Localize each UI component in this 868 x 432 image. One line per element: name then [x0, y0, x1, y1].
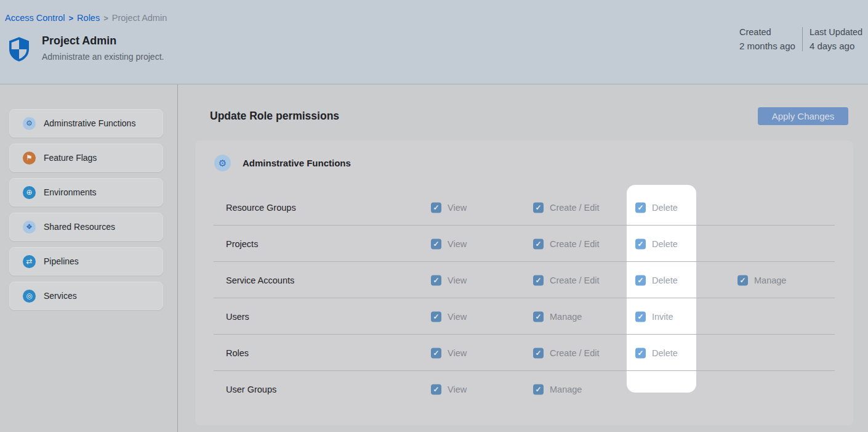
main-panel: Update Role permissions Apply Changes ⚙ … [179, 84, 868, 432]
meta-label: Created [739, 27, 795, 37]
permission-users-manage: ✓Manage [533, 311, 582, 322]
resource-name: Resource Groups [195, 203, 296, 213]
sidebar-item-label: Shared Resources [44, 222, 115, 232]
gear-icon: ⚙ [23, 117, 36, 130]
gear-icon: ⚙ [214, 155, 231, 171]
permission-label: Create / Edit [550, 203, 600, 213]
permission-row-projects: Projects✓View✓Create / Edit✓Delete [195, 226, 853, 262]
globe-icon: ⊕ [23, 186, 36, 199]
resource-category-sidebar: ⚙Adminstrative Functions⚑Feature Flags⊕E… [0, 84, 178, 432]
permission-resource-groups-view: ✓View [431, 202, 467, 213]
checkbox-delete[interactable]: ✓ [635, 238, 646, 249]
checkbox-view[interactable]: ✓ [431, 275, 441, 285]
flag-icon: ⚑ [23, 152, 36, 165]
breadcrumb-item-roles[interactable]: Roles [77, 13, 100, 23]
breadcrumb-separator: > [103, 14, 108, 23]
sidebar-item-services[interactable]: ◎Services [9, 282, 163, 310]
permission-resource-groups-delete: ✓Delete [635, 202, 678, 213]
header-meta: Created2 months agoLast Updated4 days ag… [739, 27, 862, 51]
permission-roles-delete: ✓Delete [635, 348, 678, 358]
apply-changes-button[interactable]: Apply Changes [758, 107, 848, 125]
checkbox-view[interactable]: ✓ [431, 238, 441, 249]
permission-users-invite: ✓Invite [635, 311, 673, 322]
permission-label: Create / Edit [550, 348, 600, 358]
permission-label: Delete [652, 239, 678, 249]
permission-label: Delete [652, 275, 678, 285]
page-body: ⚙Adminstrative Functions⚑Feature Flags⊕E… [0, 84, 868, 432]
permission-service-accounts-manage: ✓Manage [737, 275, 786, 285]
meta-divider [802, 27, 803, 51]
permission-label: View [448, 275, 467, 285]
checkbox-create-edit[interactable]: ✓ [533, 275, 544, 285]
resource-name: Users [195, 312, 249, 322]
page-heading: Update Role permissions [210, 110, 339, 123]
breadcrumb: Access Control>Roles>Project Admin [5, 13, 167, 23]
services-icon: ◎ [23, 290, 36, 303]
resource-name: Service Accounts [195, 275, 294, 285]
sidebar-item-adminstrative-functions[interactable]: ⚙Adminstrative Functions [9, 109, 163, 137]
permission-label: View [448, 203, 467, 213]
sidebar-item-feature-flags[interactable]: ⚑Feature Flags [9, 144, 163, 172]
permission-label: View [448, 239, 467, 249]
checkbox-manage[interactable]: ✓ [533, 384, 544, 394]
checkbox-delete[interactable]: ✓ [635, 275, 646, 285]
meta-created: Created2 months ago [739, 27, 795, 51]
page-title: Project Admin [42, 35, 164, 47]
checkbox-view[interactable]: ✓ [431, 384, 441, 394]
page-subtitle: Administrate an existing project. [42, 52, 164, 62]
checkbox-view[interactable]: ✓ [431, 202, 441, 213]
meta-last-updated: Last Updated4 days ago [810, 27, 862, 51]
sidebar-item-label: Services [44, 291, 77, 301]
permissions-card: ⚙ Adminstrative Functions Resource Group… [195, 141, 853, 425]
shared-resources-icon: ❖ [23, 221, 36, 234]
permission-label: Invite [652, 312, 673, 322]
permission-user-groups-view: ✓View [431, 384, 467, 394]
permission-projects-view: ✓View [431, 238, 467, 249]
shield-icon [9, 37, 30, 62]
checkbox-manage[interactable]: ✓ [737, 275, 748, 285]
permission-label: Delete [652, 203, 678, 213]
permission-label: Create / Edit [550, 275, 600, 285]
permission-projects-create-edit: ✓Create / Edit [533, 238, 600, 249]
resource-name: Projects [195, 239, 258, 249]
meta-label: Last Updated [810, 27, 862, 37]
page-header: Access Control>Roles>Project Admin Proje… [0, 0, 868, 84]
permissions-table: Resource Groups✓View✓Create / Edit✓Delet… [195, 189, 853, 407]
permission-group-title: Adminstrative Functions [243, 158, 351, 168]
breadcrumb-item-access-control[interactable]: Access Control [5, 13, 65, 23]
checkbox-view[interactable]: ✓ [431, 348, 441, 358]
permission-row-roles: Roles✓View✓Create / Edit✓Delete [195, 335, 853, 371]
permission-label: View [448, 312, 467, 322]
checkbox-create-edit[interactable]: ✓ [533, 348, 544, 358]
permission-row-service-accounts: Service Accounts✓View✓Create / Edit✓Dele… [195, 262, 853, 298]
sidebar-item-label: Adminstrative Functions [44, 118, 135, 128]
sidebar-item-environments[interactable]: ⊕Environments [9, 178, 163, 206]
permission-service-accounts-view: ✓View [431, 275, 467, 285]
permission-roles-view: ✓View [431, 348, 467, 358]
checkbox-create-edit[interactable]: ✓ [533, 202, 544, 213]
checkbox-delete[interactable]: ✓ [635, 348, 646, 358]
pipeline-icon: ⇄ [23, 255, 36, 268]
permission-group-header: ⚙ Adminstrative Functions [195, 141, 853, 171]
sidebar-item-shared-resources[interactable]: ❖Shared Resources [9, 213, 163, 241]
breadcrumb-separator: > [69, 14, 74, 23]
checkbox-delete[interactable]: ✓ [635, 202, 646, 213]
permission-label: Manage [550, 385, 582, 394]
sidebar-item-label: Feature Flags [44, 153, 97, 163]
resource-name: Roles [195, 348, 249, 358]
permission-roles-create-edit: ✓Create / Edit [533, 348, 600, 358]
permission-row-resource-groups: Resource Groups✓View✓Create / Edit✓Delet… [195, 189, 853, 226]
permission-label: Delete [652, 348, 678, 358]
permission-row-user-groups: User Groups✓View✓Manage [195, 371, 853, 407]
permission-label: Manage [754, 275, 786, 285]
sidebar-item-pipelines[interactable]: ⇄Pipelines [9, 247, 163, 275]
checkbox-create-edit[interactable]: ✓ [533, 238, 544, 249]
checkbox-invite[interactable]: ✓ [635, 311, 646, 322]
permission-label: View [448, 348, 467, 358]
permission-label: Manage [550, 312, 582, 322]
sidebar-item-label: Environments [44, 187, 97, 197]
permission-user-groups-manage: ✓Manage [533, 384, 582, 394]
checkbox-view[interactable]: ✓ [431, 311, 441, 322]
checkbox-manage[interactable]: ✓ [533, 311, 544, 322]
permission-resource-groups-create-edit: ✓Create / Edit [533, 202, 600, 213]
